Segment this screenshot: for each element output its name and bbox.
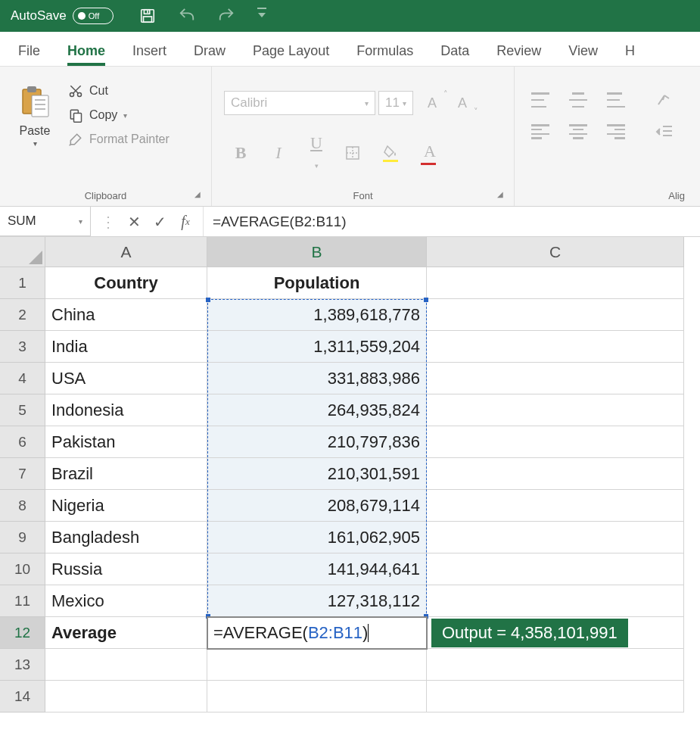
cell-a11[interactable]: Mexico	[45, 585, 207, 617]
row-header-6[interactable]: 6	[0, 426, 45, 458]
spreadsheet-grid[interactable]: 1 2 3 4 5 6 7 8 9 10 11 12 13 14 A B C C…	[0, 237, 700, 712]
name-box[interactable]: SUM ▾	[0, 207, 91, 236]
cell-b9[interactable]: 161,062,905	[207, 522, 427, 553]
row-header-7[interactable]: 7	[0, 458, 45, 490]
cell-a13[interactable]	[45, 649, 207, 681]
cell-a12[interactable]: Average	[45, 617, 207, 649]
align-bottom-button[interactable]	[607, 92, 625, 108]
font-size-select[interactable]: 11▾	[378, 91, 413, 115]
orientation-button[interactable]	[655, 92, 674, 108]
decrease-font-icon[interactable]: A˅	[451, 91, 474, 115]
autosave-toggle[interactable]: AutoSave Off	[11, 8, 114, 24]
clipboard-launcher-icon[interactable]: ◢	[193, 190, 202, 199]
cell-c6[interactable]	[427, 426, 684, 458]
cell-b1[interactable]: Population	[207, 267, 427, 299]
cell-b11[interactable]: 127,318,112	[207, 585, 427, 617]
row-header-13[interactable]: 13	[0, 649, 45, 681]
cell-a14[interactable]	[45, 681, 207, 712]
format-painter-button[interactable]: Format Painter	[68, 132, 170, 147]
cell-c11[interactable]	[427, 585, 684, 617]
cell-a8[interactable]: Nigeria	[45, 490, 207, 522]
cell-b7[interactable]: 210,301,591	[207, 458, 427, 490]
formula-input[interactable]: =AVERAGE(B2:B11)	[204, 207, 700, 236]
cell-b4[interactable]: 331,883,986	[207, 363, 427, 394]
increase-font-icon[interactable]: A˄	[421, 91, 443, 115]
row-header-11[interactable]: 11	[0, 585, 45, 617]
redo-icon[interactable]	[218, 8, 235, 24]
cell-c1[interactable]	[427, 267, 684, 299]
row-header-10[interactable]: 10	[0, 553, 45, 585]
font-launcher-icon[interactable]: ◢	[496, 190, 505, 199]
tab-help[interactable]: H	[611, 36, 649, 66]
align-left-button[interactable]	[531, 124, 549, 139]
cell-c4[interactable]	[427, 363, 684, 394]
cell-b12-editing[interactable]: =AVERAGE(B2:B11)	[207, 617, 427, 649]
align-right-button[interactable]	[607, 124, 625, 139]
autosave-switch[interactable]: Off	[73, 8, 114, 24]
cell-a10[interactable]: Russia	[45, 553, 207, 585]
undo-icon[interactable]	[179, 8, 195, 24]
tab-file[interactable]: File	[5, 36, 54, 66]
col-header-a[interactable]: A	[45, 237, 207, 267]
qat-customize-icon[interactable]	[257, 8, 266, 24]
cell-a9[interactable]: Bangladesh	[45, 522, 207, 553]
save-icon[interactable]	[139, 8, 156, 24]
underline-button[interactable]: U ▾	[307, 133, 325, 173]
cell-a1[interactable]: Country	[45, 267, 207, 299]
row-header-5[interactable]: 5	[0, 394, 45, 426]
row-header-14[interactable]: 14	[0, 681, 45, 712]
cut-button[interactable]: Cut	[68, 83, 170, 98]
cell-b5[interactable]: 264,935,824	[207, 394, 427, 426]
col-header-b[interactable]: B	[207, 237, 427, 267]
col-header-c[interactable]: C	[427, 237, 684, 267]
cell-c13[interactable]	[427, 649, 684, 681]
cell-a7[interactable]: Brazil	[45, 458, 207, 490]
cell-c9[interactable]	[427, 522, 684, 553]
cancel-formula-button[interactable]: ✕	[121, 207, 147, 236]
tab-review[interactable]: Review	[483, 36, 555, 66]
align-middle-button[interactable]	[569, 92, 587, 108]
italic-button[interactable]: I	[269, 143, 288, 163]
row-header-9[interactable]: 9	[0, 522, 45, 553]
font-color-button[interactable]: A	[421, 142, 439, 165]
row-header-4[interactable]: 4	[0, 363, 45, 394]
decrease-indent-button[interactable]	[655, 124, 674, 139]
align-top-button[interactable]	[531, 92, 549, 108]
cell-b2[interactable]: 1,389,618,778	[207, 299, 427, 331]
cell-c7[interactable]	[427, 458, 684, 490]
cell-c10[interactable]	[427, 553, 684, 585]
tab-formulas[interactable]: Formulas	[343, 36, 427, 66]
cell-c2[interactable]	[427, 299, 684, 331]
enter-formula-button[interactable]: ✓	[147, 207, 173, 236]
bold-button[interactable]: B	[232, 143, 250, 163]
copy-button[interactable]: Copy ▾	[68, 108, 170, 123]
cell-b10[interactable]: 141,944,641	[207, 553, 427, 585]
tab-data[interactable]: Data	[427, 36, 483, 66]
row-header-3[interactable]: 3	[0, 331, 45, 363]
cell-a3[interactable]: India	[45, 331, 207, 363]
cell-b6[interactable]: 210,797,836	[207, 426, 427, 458]
tab-view[interactable]: View	[555, 36, 611, 66]
cell-c5[interactable]	[427, 394, 684, 426]
cell-a2[interactable]: China	[45, 299, 207, 331]
cell-b14[interactable]	[207, 681, 427, 712]
insert-function-button[interactable]: fx	[173, 207, 198, 236]
tab-insert[interactable]: Insert	[119, 36, 180, 66]
paste-button[interactable]: Paste ▾	[12, 73, 58, 187]
cell-a4[interactable]: USA	[45, 363, 207, 394]
cell-b13[interactable]	[207, 649, 427, 681]
cell-c8[interactable]	[427, 490, 684, 522]
cell-c12[interactable]: Output = 4,358,101,991	[427, 617, 684, 649]
cell-b3[interactable]: 1,311,559,204	[207, 331, 427, 363]
cell-c14[interactable]	[427, 681, 684, 712]
cell-a6[interactable]: Pakistan	[45, 426, 207, 458]
fill-color-button[interactable]	[383, 145, 401, 162]
border-button[interactable]	[345, 145, 363, 161]
cell-b8[interactable]: 208,679,114	[207, 490, 427, 522]
cell-a5[interactable]: Indonesia	[45, 394, 207, 426]
font-name-select[interactable]: Calibri▾	[224, 91, 375, 115]
row-header-12[interactable]: 12	[0, 617, 45, 649]
row-header-1[interactable]: 1	[0, 267, 45, 299]
align-center-button[interactable]	[569, 124, 587, 139]
row-header-2[interactable]: 2	[0, 299, 45, 331]
